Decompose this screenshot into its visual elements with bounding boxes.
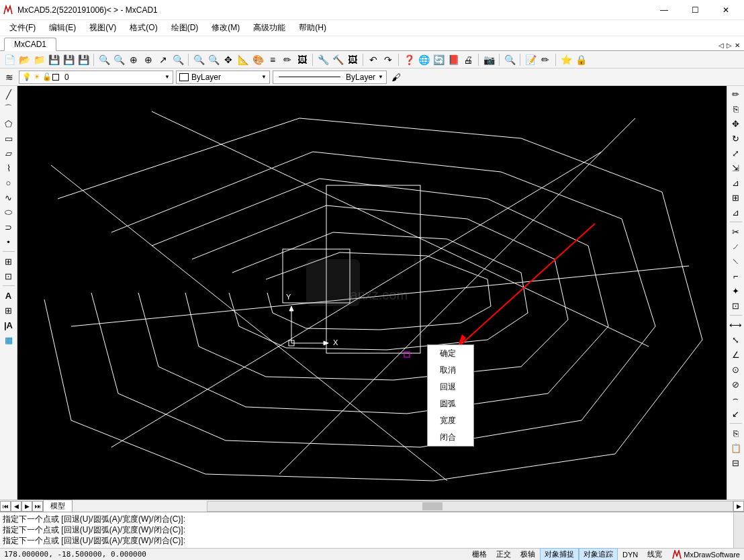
status-polar[interactable]: 极轴 [516,548,540,560]
status-lwt[interactable]: 线宽 [643,548,667,560]
menu-format[interactable]: 格式(O) [123,21,164,35]
print-icon[interactable]: 🖨 [461,53,475,66]
menu-view[interactable]: 视图(V) [83,21,123,35]
folder-icon[interactable]: 📁 [32,53,46,66]
find-icon[interactable]: 🔍 [503,53,516,66]
circle-tool[interactable]: ○ [2,176,15,189]
undo-icon[interactable]: ↶ [367,53,380,66]
break-tool[interactable]: ⟍ [729,254,743,268]
dim-align-tool[interactable]: ⤡ [729,333,743,346]
tab-prev-icon[interactable]: ◀ [11,501,21,512]
open-icon[interactable]: 📂 [17,53,31,66]
zoom3-icon[interactable]: 🔍 [207,53,220,66]
mirror-tool[interactable]: ⊿ [729,176,743,189]
save-icon[interactable]: 💾 [47,53,60,66]
measure-icon[interactable]: 📐 [236,53,250,66]
tab-next-icon[interactable]: ▶ [21,501,32,512]
rect-tool[interactable]: ▭ [2,132,15,145]
menu-edit[interactable]: 编辑(E) [42,21,83,35]
dim-angle-tool[interactable]: ∠ [729,348,743,361]
chamfer-tool[interactable]: ✦ [729,284,743,297]
trim-tool[interactable]: ✂ [729,225,743,238]
text-tool[interactable]: A [2,289,15,302]
image-icon[interactable]: 🖼 [295,53,309,66]
redo-icon[interactable]: ↷ [381,53,395,66]
pdf-icon[interactable]: 📕 [447,53,460,66]
tab-first-icon[interactable]: ⏮ [0,501,11,512]
palette-icon[interactable]: 🎨 [251,53,265,66]
extend-tool[interactable]: ⟋ [729,240,743,253]
point-tool[interactable]: • [2,235,15,248]
ctx-arc[interactable]: 圆弧 [428,395,473,412]
lock-icon[interactable]: 🔒 [574,53,588,66]
nav-icon[interactable]: ↗ [156,53,170,66]
model-tab[interactable]: 模型 [43,500,73,512]
stretch-tool[interactable]: ⇲ [729,161,743,175]
mtext-tool[interactable]: |A [2,318,15,332]
hatch-tool[interactable]: ▦ [2,333,15,346]
tab-prev-icon[interactable]: ◁ [718,42,724,49]
hscrollbar[interactable] [207,501,733,512]
layers-icon[interactable]: ≡ [266,53,279,66]
tool3-icon[interactable]: 🖼 [346,53,359,66]
grip-handle[interactable] [404,352,410,357]
star-icon[interactable]: ⭐ [559,53,573,66]
dim-radius-tool[interactable]: ⊙ [729,363,743,376]
ctx-ok[interactable]: 确定 [428,345,473,362]
zoom-icon[interactable]: 🔍 [97,53,111,66]
insert-tool[interactable]: ⊡ [2,269,15,283]
ellipse-tool[interactable]: ⬭ [2,205,15,219]
camera-icon[interactable]: 📷 [482,53,496,66]
document-tab[interactable]: MxCAD1 [4,38,56,51]
tab-next-icon[interactable]: ▷ [727,42,732,49]
dim-diameter-tool[interactable]: ⊘ [729,377,743,391]
brush-icon[interactable]: 🖌 [389,71,403,84]
table-tool[interactable]: ⊞ [2,304,15,317]
edit-icon[interactable]: ✏ [539,53,552,66]
minimize-button[interactable]: — [649,1,680,19]
menu-file[interactable]: 文件(F) [3,21,42,35]
help-icon[interactable]: ❓ [402,53,416,66]
new-icon[interactable]: 📄 [3,53,16,66]
color-combo[interactable]: ByLayer ▼ [176,71,270,84]
layer-mgr-icon[interactable]: ≋ [3,71,16,84]
ctx-undo[interactable]: 回退 [428,379,473,395]
command-area[interactable]: 指定下一个点或 [回退(U)/圆弧(A)/宽度(W)/闭合(C)]: 指定下一个… [0,512,744,548]
layer-paste-tool[interactable]: 📋 [729,441,743,455]
ctx-cancel[interactable]: 取消 [428,362,473,379]
tab-last-icon[interactable]: ⏭ [32,501,43,512]
zoom-in-icon[interactable]: 🔍 [112,53,126,66]
zoom-extent-icon[interactable]: ⊕ [142,53,155,66]
highlight-icon[interactable]: ✏ [281,53,294,66]
shape-tool[interactable]: ▱ [2,146,15,160]
status-otrack[interactable]: 对象追踪 [579,548,618,560]
hscroll-thumb[interactable] [422,502,443,510]
curve-tool[interactable]: ⌇ [2,161,15,175]
refresh-icon[interactable]: 🔄 [432,53,445,66]
tool2-icon[interactable]: 🔨 [331,53,344,66]
maximize-button[interactable]: ☐ [680,1,710,19]
web-icon[interactable]: 🌐 [417,53,430,66]
arc-tool[interactable]: ⌒ [2,102,15,115]
spline-tool[interactable]: ∿ [2,191,15,204]
array-tool[interactable]: ⊞ [729,191,743,204]
tool1-icon[interactable]: 🔧 [316,53,330,66]
block-tool[interactable]: ⊞ [2,254,15,268]
status-ortho[interactable]: 正交 [492,548,516,560]
menu-draw[interactable]: 绘图(D) [165,21,205,35]
explode-tool[interactable]: ⊡ [729,299,743,312]
note-icon[interactable]: 📝 [524,53,537,66]
status-grid[interactable]: 栅格 [467,548,492,560]
fillet-tool[interactable]: ⌐ [729,269,743,283]
layer-combo[interactable]: 💡 ☀ 🔓 0 ▼ [19,71,173,84]
zoom-window-icon[interactable]: ⊕ [127,53,140,66]
layer-del-tool[interactable]: ⊟ [729,456,743,469]
saveas-icon[interactable]: 💾 [62,53,75,66]
zoom2-icon[interactable]: 🔍 [192,53,205,66]
menu-advanced[interactable]: 高级功能 [246,21,292,35]
layer-copy-tool[interactable]: ⎘ [729,426,743,440]
move-tool[interactable]: ✥ [729,117,743,130]
menu-modify[interactable]: 修改(M) [205,21,246,35]
offset-tool[interactable]: ⊿ [729,205,743,219]
dim-linear-tool[interactable]: ⟷ [729,318,743,332]
